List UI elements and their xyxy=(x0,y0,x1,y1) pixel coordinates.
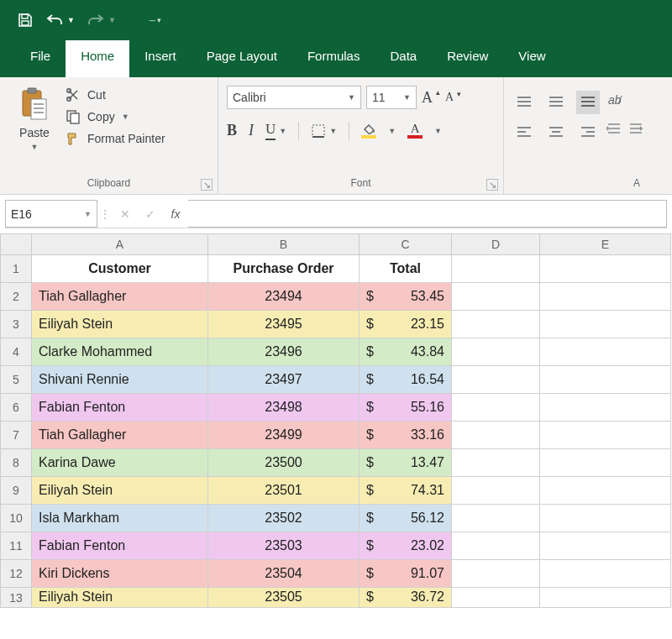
cell[interactable] xyxy=(540,449,671,477)
undo-button[interactable]: ▼ xyxy=(45,13,75,28)
cell-purchase-order[interactable]: 23504 xyxy=(208,560,360,588)
cell-customer[interactable]: Fabian Fenton xyxy=(32,532,208,560)
cell[interactable] xyxy=(540,560,671,588)
select-all-corner[interactable] xyxy=(0,233,32,255)
cell[interactable] xyxy=(540,505,671,532)
cell[interactable] xyxy=(452,255,540,283)
cell-total[interactable]: $53.45 xyxy=(360,283,452,311)
bold-button[interactable]: B xyxy=(227,122,237,139)
cell[interactable] xyxy=(452,588,540,608)
cell[interactable] xyxy=(540,532,671,560)
cell-purchase-order[interactable]: 23497 xyxy=(208,366,360,394)
save-button[interactable] xyxy=(17,12,34,29)
cell-customer[interactable]: Eiliyah Stein xyxy=(32,311,208,338)
cell[interactable] xyxy=(540,588,671,608)
paste-button[interactable]: Paste ▼ xyxy=(8,82,60,174)
cell[interactable] xyxy=(452,477,540,505)
align-top-button[interactable] xyxy=(512,91,536,114)
clipboard-launcher[interactable]: ↘ xyxy=(201,179,213,191)
align-center-button[interactable] xyxy=(544,121,568,144)
cell-purchase-order[interactable]: 23498 xyxy=(208,394,360,422)
cut-button[interactable]: Cut xyxy=(66,87,165,102)
name-box[interactable]: E16 ▼ xyxy=(5,200,97,228)
cell-purchase-order[interactable]: 23505 xyxy=(208,588,360,608)
cell-customer[interactable]: Kiri Dickens xyxy=(32,560,208,588)
cell-customer[interactable]: Isla Markham xyxy=(32,505,208,532)
font-color-button[interactable]: A xyxy=(407,123,423,139)
cell-purchase-order[interactable]: 23502 xyxy=(208,505,360,532)
cell-total[interactable]: $74.31 xyxy=(360,477,452,505)
increase-font-size-button[interactable]: A▴ xyxy=(422,89,440,107)
tab-formulas[interactable]: Formulas xyxy=(292,40,375,77)
cell[interactable] xyxy=(452,283,540,311)
cell-total[interactable]: $91.07 xyxy=(360,560,452,588)
insert-function-button[interactable]: fx xyxy=(163,200,188,228)
cell[interactable] xyxy=(540,394,671,422)
cancel-formula-button[interactable]: ✕ xyxy=(113,200,138,228)
orientation-button[interactable]: ab xyxy=(606,92,643,107)
header-total[interactable]: Total xyxy=(360,255,452,283)
cell-total[interactable]: $23.02 xyxy=(360,532,452,560)
enter-formula-button[interactable]: ✓ xyxy=(138,200,163,228)
cell-total[interactable]: $56.12 xyxy=(360,505,452,532)
cell-purchase-order[interactable]: 23496 xyxy=(208,338,360,366)
italic-button[interactable]: I xyxy=(249,122,254,139)
cell[interactable] xyxy=(540,283,671,311)
increase-indent-button[interactable] xyxy=(628,123,643,136)
cell-total[interactable]: $13.47 xyxy=(360,449,452,477)
font-launcher[interactable]: ↘ xyxy=(486,179,498,191)
header-purchase-order[interactable]: Purchase Order xyxy=(208,255,360,283)
underline-button[interactable]: U ▼ xyxy=(265,121,286,140)
tab-view[interactable]: View xyxy=(503,40,560,77)
cell[interactable] xyxy=(540,338,671,366)
cell-customer[interactable]: Tiah Gallagher xyxy=(32,283,208,311)
font-name-combo[interactable]: Calibri▼ xyxy=(227,86,361,109)
copy-button[interactable]: Copy ▼ xyxy=(66,109,165,124)
align-middle-button[interactable] xyxy=(544,91,568,114)
row-header-6[interactable]: 6 xyxy=(0,394,32,422)
chevron-down-icon[interactable]: ▼ xyxy=(434,127,442,135)
cell[interactable] xyxy=(452,338,540,366)
cell[interactable] xyxy=(452,449,540,477)
cell-total[interactable]: $43.84 xyxy=(360,338,452,366)
tab-review[interactable]: Review xyxy=(432,40,503,77)
cell[interactable] xyxy=(452,560,540,588)
column-header-C[interactable]: C xyxy=(360,233,452,255)
tab-file[interactable]: File xyxy=(15,40,66,77)
cell-customer[interactable]: Shivani Rennie xyxy=(32,366,208,394)
cell-total[interactable]: $16.54 xyxy=(360,366,452,394)
row-header-4[interactable]: 4 xyxy=(0,338,32,366)
borders-button[interactable]: ▼ xyxy=(311,123,337,139)
cell-customer[interactable]: Eiliyah Stein xyxy=(32,477,208,505)
cell-customer[interactable]: Clarke Mohammed xyxy=(32,338,208,366)
row-header-9[interactable]: 9 xyxy=(0,477,32,505)
cell[interactable] xyxy=(452,311,540,338)
row-header-12[interactable]: 12 xyxy=(0,560,32,588)
chevron-down-icon[interactable]: ▼ xyxy=(388,127,396,135)
cell[interactable] xyxy=(540,311,671,338)
align-left-button[interactable] xyxy=(512,121,536,144)
tab-insert[interactable]: Insert xyxy=(129,40,192,77)
cell[interactable] xyxy=(452,394,540,422)
cell-total[interactable]: $33.16 xyxy=(360,422,452,449)
row-header-5[interactable]: 5 xyxy=(0,366,32,394)
cell[interactable] xyxy=(452,505,540,532)
cell-purchase-order[interactable]: 23503 xyxy=(208,532,360,560)
cell-purchase-order[interactable]: 23501 xyxy=(208,477,360,505)
cell-customer[interactable]: Karina Dawe xyxy=(32,449,208,477)
row-header-10[interactable]: 10 xyxy=(0,505,32,532)
cell-total[interactable]: $23.15 xyxy=(360,311,452,338)
tab-page-layout[interactable]: Page Layout xyxy=(192,40,292,77)
font-size-combo[interactable]: 11▼ xyxy=(366,86,417,109)
cell[interactable] xyxy=(452,532,540,560)
cell-purchase-order[interactable]: 23494 xyxy=(208,283,360,311)
column-header-B[interactable]: B xyxy=(208,233,360,255)
cell-customer[interactable]: Tiah Gallagher xyxy=(32,422,208,449)
cell-total[interactable]: $55.16 xyxy=(360,394,452,422)
cell[interactable] xyxy=(540,422,671,449)
column-header-E[interactable]: E xyxy=(540,233,671,255)
redo-button[interactable]: ▼ xyxy=(87,13,116,28)
row-header-7[interactable]: 7 xyxy=(0,422,32,449)
cell[interactable] xyxy=(540,255,671,283)
customize-qat-button[interactable]: ─▾ xyxy=(150,16,161,25)
